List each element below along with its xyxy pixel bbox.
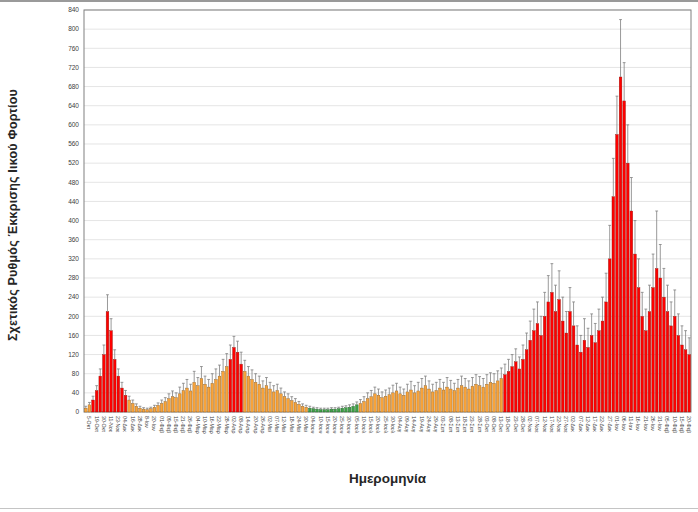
bar [139,408,142,412]
x-tick-label: 30-Ιουλ [390,416,396,434]
bar-chart: 0408012016020024028032036040044048052056… [0,0,698,512]
bar [464,387,467,412]
bar [175,398,178,412]
y-tick-label: 560 [68,140,79,147]
bar [493,383,496,412]
bar [594,343,597,412]
x-tick-label: 20-Ιουν [332,416,338,434]
y-tick-label: 240 [68,293,79,300]
x-tick-label: 09-Αυγ [404,416,410,433]
bar [215,379,218,412]
bar [384,396,387,412]
bar [240,364,243,412]
bar [670,326,673,412]
x-tick-label: 27-Νοε [563,416,569,433]
bar [410,390,413,412]
bar [196,386,199,412]
x-axis-title: Ημερομηνία [84,471,691,486]
y-tick-label: 320 [68,255,79,262]
bar [121,388,124,412]
x-tick-label: 19-Οκτ [94,416,100,432]
x-tick-label: 05-Φεβ [664,416,670,433]
bar [348,407,351,412]
x-tick-label: 04-Δεκ [122,416,128,432]
bar [160,403,163,412]
bar [420,388,423,412]
bar [439,388,442,412]
x-tick-label: 18-Οκτ [505,416,511,432]
bar [117,376,120,412]
bar [406,392,409,412]
x-tick-label: 13-Σεπ [455,416,461,433]
bar [272,392,275,412]
x-tick-label: 16-Μαρ [209,416,215,434]
bar [644,331,647,412]
y-tick-label: 840 [68,6,79,13]
bar [641,316,644,412]
bar [327,410,330,412]
y-tick-label: 200 [68,313,79,320]
bar [453,390,456,412]
x-tick-label: 15-Φεβ [679,416,685,433]
bar [392,393,395,412]
bar [431,392,434,412]
bar [688,355,691,412]
bar [283,397,286,412]
bar [189,391,192,412]
bar [623,101,626,412]
y-axis-title: Σχετικός Ρυθμός Έκκρισης Ιικού Φορτίου [6,65,26,365]
bar [561,321,564,412]
bar [663,297,666,412]
bar [608,259,611,412]
bar [605,302,608,412]
bar [298,404,301,412]
x-tick-label: 05-Ιουλ [354,416,360,434]
bar [88,405,91,412]
x-tick-label: 20-Ιουλ [375,416,381,434]
bar [402,395,405,412]
x-tick-label: 07-Μαϊ [274,416,280,433]
bar [153,407,156,412]
bar [294,402,297,412]
bar [478,386,481,412]
bar [193,382,196,412]
bar [514,362,517,412]
x-tick-label: 11-Ιαν [628,416,634,431]
bar [233,347,236,412]
y-tick-label: 120 [68,351,79,358]
bar [457,388,460,412]
bar [84,408,87,412]
bar [388,395,391,412]
bar [554,312,557,413]
bar [489,382,492,412]
bar [637,288,640,412]
bar [442,390,445,412]
y-tick-label: 40 [72,389,80,396]
bar [446,387,449,412]
figure-bottom-border [0,508,698,509]
bar [634,254,637,412]
x-tick-label: 14-Αυγ [411,416,417,433]
x-tick-label: 09-Φεβ [166,416,172,433]
bar [287,399,290,412]
x-tick-label: 10-Φεβ [672,416,678,433]
bar [395,391,398,412]
bar [359,403,362,412]
x-tick-label: 02-Απρ [231,416,237,434]
x-tick-label: 26-Απρ [260,416,266,434]
bar [428,389,431,412]
bar [204,384,207,412]
x-tick-label: 31-Ιαν [657,416,663,431]
bar [128,400,131,412]
x-tick-label: 12-Νοε [542,416,548,433]
y-tick-label: 640 [68,102,79,109]
x-tick-label: 12-Μαϊ [281,416,287,433]
bar [547,302,550,412]
bar [254,382,257,412]
bar [251,379,254,412]
x-tick-label: 22-Νοε [556,416,562,433]
x-tick-label: 08-Απρ [238,416,244,434]
x-tick-label: 28-Οκτ [520,416,526,432]
x-tick-label: 06-Ιαν [621,416,627,431]
x-tick-label: 23-Οκτ [513,416,519,432]
